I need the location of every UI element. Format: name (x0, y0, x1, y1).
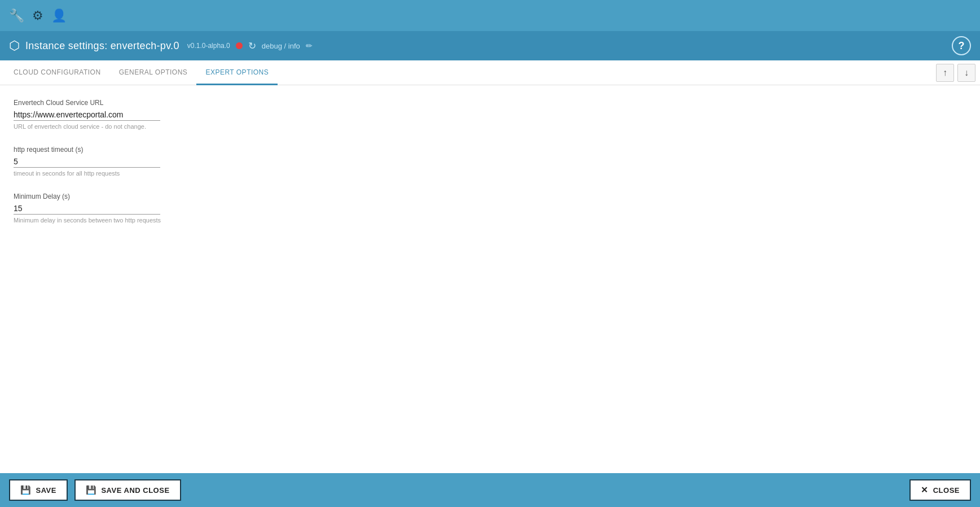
min-delay-hint: Minimum delay in seconds between two htt… (14, 217, 966, 224)
user-icon[interactable]: 👤 (51, 8, 67, 23)
close-icon: ✕ (921, 485, 929, 495)
download-button[interactable]: ↓ (957, 64, 975, 82)
tab-bar: CLOUD CONFIGURATION GENERAL OPTIONS EXPE… (0, 60, 980, 85)
upload-button[interactable]: ↑ (936, 64, 954, 82)
field-group-timeout: http request timeout (s) timeout in seco… (14, 146, 966, 177)
save-button[interactable]: 💾 SAVE (9, 479, 68, 501)
help-button[interactable]: ? (952, 36, 971, 55)
field-group-cloud-url: Envertech Cloud Service URL URL of enver… (14, 99, 966, 130)
refresh-icon[interactable]: ↻ (248, 40, 256, 52)
tab-actions: ↑ ↓ (936, 64, 975, 82)
version-label: v0.1.0-alpha.0 (187, 42, 230, 50)
tab-cloud-configuration[interactable]: CLOUD CONFIGURATION (5, 60, 110, 85)
cloud-url-hint: URL of envertech cloud service - do not … (14, 123, 966, 130)
timeout-label: http request timeout (s) (14, 146, 966, 154)
save-and-close-button[interactable]: 💾 SAVE AND CLOSE (74, 479, 181, 501)
page-title: Instance settings: envertech-pv.0 (25, 40, 179, 52)
header-bar: ⬡ Instance settings: envertech-pv.0 v0.1… (0, 31, 980, 60)
instance-icon: ⬡ (9, 38, 20, 53)
footer: 💾 SAVE 💾 SAVE AND CLOSE ✕ CLOSE (0, 473, 980, 507)
field-group-min-delay: Minimum Delay (s) Minimum delay in secon… (14, 193, 966, 224)
status-dot (236, 42, 243, 49)
debug-info: debug / info (262, 42, 300, 50)
edit-icon[interactable]: ✏ (306, 41, 313, 50)
footer-left: 💾 SAVE 💾 SAVE AND CLOSE (9, 479, 181, 501)
tab-general-options[interactable]: GENERAL OPTIONS (110, 60, 197, 85)
tab-expert-options[interactable]: EXPERT OPTIONS (196, 60, 278, 85)
save-icon: 💾 (20, 485, 32, 495)
min-delay-input[interactable] (14, 203, 160, 215)
cloud-url-label: Envertech Cloud Service URL (14, 99, 966, 107)
close-button[interactable]: ✕ CLOSE (909, 479, 971, 501)
cloud-url-input[interactable] (14, 109, 160, 121)
min-delay-label: Minimum Delay (s) (14, 193, 966, 200)
timeout-input[interactable] (14, 156, 160, 168)
timeout-hint: timeout in seconds for all http requests (14, 170, 966, 177)
settings-icon[interactable]: ⚙ (32, 8, 43, 23)
wrench-icon[interactable]: 🔧 (9, 8, 24, 23)
top-toolbar: 🔧 ⚙ 👤 (0, 0, 980, 31)
save-and-close-icon: 💾 (86, 485, 97, 495)
main-content: Envertech Cloud Service URL URL of enver… (0, 85, 980, 473)
